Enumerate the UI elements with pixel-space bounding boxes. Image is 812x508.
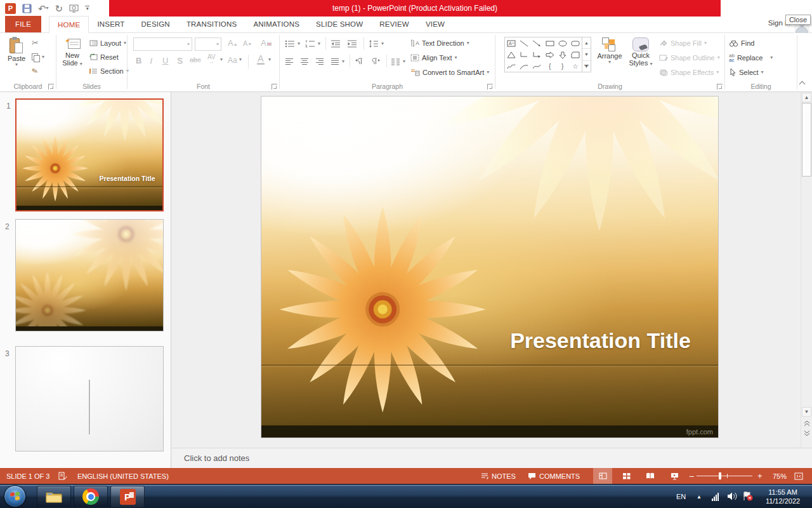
character-spacing-button[interactable]: AV↔ bbox=[207, 55, 216, 67]
shape-scribble[interactable] bbox=[505, 60, 518, 72]
shape-line[interactable] bbox=[518, 37, 530, 49]
grow-font-button[interactable]: A▲ bbox=[228, 38, 238, 51]
text-shadow-button[interactable]: S bbox=[177, 56, 183, 69]
align-right-button[interactable] bbox=[315, 55, 324, 68]
increase-indent-button[interactable] bbox=[347, 37, 357, 50]
font-name-combo[interactable]: ▾ bbox=[133, 37, 192, 51]
shape-left-brace[interactable]: { bbox=[543, 60, 556, 72]
replace-button[interactable]: abac Replace▾ bbox=[729, 51, 773, 64]
tab-design[interactable]: DESIGN bbox=[133, 16, 178, 32]
slide-thumbnail-2[interactable] bbox=[15, 219, 164, 331]
notes-pane[interactable]: Click to add notes bbox=[171, 448, 812, 468]
shape-elbow-arrow[interactable] bbox=[530, 49, 543, 60]
columns-button[interactable]: ▾ bbox=[391, 55, 405, 68]
redo-icon[interactable]: ↻ bbox=[55, 4, 63, 13]
shrink-font-button[interactable]: A▼ bbox=[243, 39, 252, 52]
reading-view-button[interactable] bbox=[641, 468, 660, 484]
change-case-dropdown[interactable]: ▾ bbox=[239, 57, 242, 70]
paste-button[interactable]: Paste ▾ bbox=[4, 36, 29, 67]
slide-canvas[interactable]: Presentation Title fppt.com bbox=[261, 96, 719, 438]
taskbar-powerpoint-button[interactable]: P bbox=[110, 486, 145, 507]
quick-styles-button[interactable]: Quick Styles ▾ bbox=[626, 36, 655, 67]
next-slide-button[interactable] bbox=[802, 429, 811, 438]
slide-thumbnail-3[interactable] bbox=[15, 346, 164, 451]
slide-title[interactable]: Presentation Title bbox=[510, 328, 691, 353]
character-spacing-dropdown[interactable]: ▾ bbox=[220, 57, 223, 70]
tab-home[interactable]: HOME bbox=[49, 16, 89, 33]
arrange-button[interactable]: Arrange ▾ bbox=[594, 36, 625, 65]
notes-toggle[interactable]: NOTES bbox=[481, 468, 516, 484]
font-size-combo[interactable]: ▾ bbox=[195, 37, 221, 51]
shape-star[interactable]: ☆ bbox=[569, 60, 582, 72]
convert-to-smartart-button[interactable]: Convert to SmartArt▾ bbox=[410, 65, 489, 79]
gallery-more-icon[interactable]: ▼ bbox=[582, 61, 591, 72]
shape-oval[interactable] bbox=[556, 37, 569, 49]
ltr-text-direction-button[interactable] bbox=[355, 55, 364, 68]
shape-rounded-rectangle[interactable] bbox=[569, 37, 582, 49]
scroll-up-icon[interactable]: ▲ bbox=[802, 93, 811, 102]
shape-arrow[interactable] bbox=[530, 37, 543, 49]
volume-icon[interactable] bbox=[727, 491, 737, 501]
save-icon[interactable] bbox=[22, 4, 32, 13]
shape-textbox[interactable]: A bbox=[505, 37, 518, 49]
zoom-slider-thumb[interactable] bbox=[719, 472, 721, 479]
shape-fill-button[interactable]: Shape Fill▾ bbox=[659, 36, 707, 50]
shape-effects-button[interactable]: Shape Effects▾ bbox=[659, 65, 719, 79]
notes-placeholder[interactable]: Click to add notes bbox=[184, 453, 249, 463]
text-direction-button[interactable]: A Text Direction▾ bbox=[410, 36, 469, 50]
show-hidden-icons[interactable]: ▲ bbox=[697, 485, 702, 508]
strikethrough-button[interactable]: abc bbox=[190, 56, 201, 69]
taskbar-chrome-button[interactable] bbox=[74, 486, 108, 507]
cut-button[interactable]: ✂ bbox=[32, 36, 39, 50]
slide-sorter-view-button[interactable] bbox=[617, 468, 636, 484]
start-from-beginning-icon[interactable] bbox=[69, 4, 79, 13]
slideshow-view-button[interactable] bbox=[665, 468, 684, 484]
zoom-slider-track[interactable] bbox=[697, 476, 752, 476]
shape-rectangle[interactable] bbox=[543, 37, 556, 49]
numbering-button[interactable]: ▾ bbox=[305, 37, 320, 50]
shape-arc[interactable] bbox=[518, 60, 530, 72]
tab-review[interactable]: REVIEW bbox=[371, 16, 417, 32]
scrollbar-thumb[interactable] bbox=[802, 103, 811, 177]
tray-language[interactable]: EN bbox=[676, 485, 686, 508]
customize-qat-icon[interactable]: ▾ bbox=[85, 6, 89, 11]
format-painter-button[interactable]: ✎ bbox=[32, 64, 38, 77]
select-button[interactable]: Select▾ bbox=[729, 65, 764, 79]
shape-elbow[interactable] bbox=[518, 49, 530, 60]
slide-indicator[interactable]: SLIDE 1 OF 3 bbox=[6, 468, 49, 484]
shapes-gallery-scroll[interactable]: ▲ ▼ ▼ bbox=[582, 37, 591, 72]
find-button[interactable]: Find bbox=[729, 36, 754, 50]
font-color-button[interactable]: A bbox=[257, 55, 265, 67]
justify-button[interactable]: ▾ bbox=[331, 55, 344, 68]
start-button[interactable] bbox=[4, 485, 26, 507]
decrease-indent-button[interactable] bbox=[331, 37, 341, 50]
taskbar-explorer-button[interactable] bbox=[37, 486, 71, 507]
zoom-in-button[interactable]: + bbox=[757, 468, 763, 484]
tab-insert[interactable]: INSERT bbox=[89, 16, 133, 32]
tab-transitions[interactable]: TRANSITIONS bbox=[178, 16, 246, 32]
new-slide-button[interactable]: ✦ New Slide ▾ bbox=[58, 36, 87, 67]
rtl-text-direction-button[interactable] bbox=[371, 55, 381, 68]
copy-button[interactable]: ▾ bbox=[32, 50, 44, 64]
previous-slide-button[interactable] bbox=[802, 418, 811, 428]
gallery-down-icon[interactable]: ▼ bbox=[582, 49, 591, 60]
tab-slideshow[interactable]: SLIDE SHOW bbox=[308, 16, 371, 32]
language-indicator[interactable]: ENGLISH (UNITED STATES) bbox=[77, 468, 169, 484]
zoom-out-button[interactable]: − bbox=[689, 468, 694, 484]
fit-slide-to-window-button[interactable] bbox=[794, 468, 803, 484]
line-spacing-button[interactable]: ▾ bbox=[369, 37, 384, 50]
shape-triangle[interactable] bbox=[505, 49, 518, 60]
clock[interactable]: 11:55 AM 11/12/2022 bbox=[759, 488, 807, 505]
vertical-scrollbar[interactable]: ▲ ▼ bbox=[801, 92, 812, 448]
undo-icon[interactable]: ↶▾ bbox=[38, 4, 49, 13]
spell-check-icon[interactable] bbox=[58, 468, 67, 484]
shape-outline-button[interactable]: Shape Outline▾ bbox=[659, 51, 720, 64]
section-button[interactable]: Section▾ bbox=[89, 64, 129, 77]
italic-button[interactable]: I bbox=[150, 56, 152, 69]
action-center-icon[interactable] bbox=[742, 491, 753, 502]
shape-curve[interactable] bbox=[530, 60, 543, 72]
layout-button[interactable]: Layout▾ bbox=[89, 36, 126, 50]
font-color-dropdown[interactable]: ▾ bbox=[268, 57, 271, 70]
reset-button[interactable]: Reset bbox=[89, 50, 119, 64]
shape-right-brace[interactable]: } bbox=[556, 60, 569, 72]
